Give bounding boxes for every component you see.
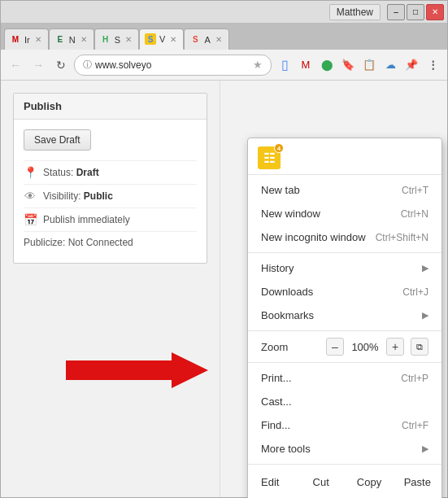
- tab-title-extra: A: [204, 35, 210, 45]
- address-input[interactable]: ⓘ www.solveyo ★: [74, 55, 272, 76]
- publish-date-text: Publish immediately: [43, 214, 130, 225]
- tab-extra[interactable]: S A ✕: [184, 28, 228, 50]
- tab-gmail[interactable]: M Ir ✕: [4, 28, 49, 50]
- browser-window: Matthew – □ ✕ M Ir ✕ E N ✕ H S ✕ S V ✕: [0, 0, 448, 498]
- bookmark-star-icon[interactable]: ★: [253, 59, 263, 71]
- tab-favicon-sheets: H: [100, 34, 111, 46]
- tab-close-excel[interactable]: ✕: [79, 35, 89, 44]
- extensions-icon[interactable]: ▯: [275, 55, 294, 75]
- url-text: www.solveyo: [95, 59, 250, 71]
- edit-label: Edit: [248, 471, 297, 493]
- pinterest-icon[interactable]: 📌: [402, 55, 421, 75]
- incognito-shortcut: Ctrl+Shift+N: [376, 232, 428, 243]
- new-tab-label: New tab: [261, 184, 300, 196]
- separator-1: [248, 174, 441, 175]
- tab-close-solveyo[interactable]: ✕: [168, 35, 178, 44]
- window-controls: – □ ✕: [387, 4, 444, 20]
- copy-button[interactable]: Copy: [345, 471, 393, 493]
- maximize-button[interactable]: □: [407, 4, 424, 20]
- status-icon: 📍: [24, 166, 37, 179]
- incognito-item[interactable]: New incognito window Ctrl+Shift+N: [248, 225, 441, 249]
- user-label: Matthew: [329, 4, 381, 20]
- print-label: Print...: [261, 372, 292, 384]
- publicize-field: Publicize: Not Connected: [24, 231, 197, 253]
- cast-label: Cast...: [261, 395, 292, 408]
- new-window-label: New window: [261, 208, 320, 220]
- svg-marker-0: [66, 352, 208, 388]
- downloads-label: Downloads: [261, 286, 313, 298]
- paste-button[interactable]: Paste: [394, 471, 441, 493]
- publish-body: Save Draft 📍 Status: Draft 👁 Visibility:…: [14, 120, 207, 263]
- separator-5: [248, 464, 441, 465]
- more-tools-arrow: ▶: [422, 443, 428, 454]
- print-item[interactable]: Print... Ctrl+P: [248, 366, 441, 390]
- more-tools-label: More tools: [261, 443, 311, 455]
- print-shortcut: Ctrl+P: [401, 373, 428, 384]
- downloads-shortcut: Ctrl+J: [402, 286, 428, 298]
- tab-excel[interactable]: E N ✕: [49, 28, 94, 50]
- zoom-in-button[interactable]: +: [386, 338, 404, 356]
- downloads-item[interactable]: Downloads Ctrl+J: [248, 280, 441, 304]
- reload-button[interactable]: ↻: [51, 55, 71, 75]
- page-content: Publish Save Draft 📍 Status: Draft 👁 Vis…: [1, 81, 220, 497]
- tab-title-gmail: Ir: [24, 35, 30, 45]
- close-button[interactable]: ✕: [426, 4, 444, 20]
- back-button[interactable]: ←: [6, 55, 25, 75]
- bookmarks-item[interactable]: Bookmarks ▶: [248, 304, 441, 327]
- tab-title-sheets: S: [115, 35, 120, 45]
- cut-button[interactable]: Cut: [297, 471, 345, 493]
- history-item[interactable]: History ▶: [248, 256, 441, 280]
- apps-icon[interactable]: ☷ 4: [258, 146, 281, 169]
- cast-item[interactable]: Cast...: [248, 390, 441, 413]
- edit-row: Edit Cut Copy Paste: [248, 468, 441, 496]
- find-item[interactable]: Find... Ctrl+F: [248, 413, 441, 437]
- fullscreen-button[interactable]: ⧉: [411, 338, 428, 356]
- menu-icon-row: ☷ 4: [248, 142, 441, 171]
- address-bar: ← → ↻ ⓘ www.solveyo ★ ▯ M ⬤ 🔖 📋 ☁ 📌 ⋮: [1, 50, 447, 81]
- tab-favicon-excel: E: [54, 34, 66, 46]
- zoom-out-button[interactable]: –: [326, 338, 344, 356]
- zoom-row: Zoom – 100% + ⧉: [248, 334, 441, 359]
- tab-bar: M Ir ✕ E N ✕ H S ✕ S V ✕ S A ✕: [1, 24, 447, 50]
- new-window-item[interactable]: New window Ctrl+N: [248, 202, 441, 225]
- more-tools-item[interactable]: More tools ▶: [248, 437, 441, 461]
- tab-close-gmail[interactable]: ✕: [33, 35, 43, 44]
- tab-sheets[interactable]: H S ✕: [94, 28, 139, 50]
- publish-header: Publish: [14, 94, 207, 120]
- bookmarks-arrow: ▶: [422, 310, 428, 321]
- calendar-icon: 📅: [24, 213, 37, 226]
- separator-2: [248, 252, 441, 253]
- google-icon[interactable]: ⬤: [317, 55, 337, 75]
- dropdown-menu: ☷ 4 New tab Ctrl+T New window Ctrl+N New…: [247, 138, 442, 498]
- tab-title-excel: N: [69, 35, 76, 45]
- apps-badge: 4: [274, 143, 284, 153]
- toolbar-icons: ▯ M ⬤ 🔖 📋 ☁ 📌 ⋮: [275, 55, 442, 75]
- gmail-icon[interactable]: M: [296, 55, 315, 75]
- incognito-label: New incognito window: [261, 231, 366, 243]
- separator-3: [248, 330, 441, 331]
- new-tab-shortcut: Ctrl+T: [402, 185, 428, 196]
- find-shortcut: Ctrl+F: [402, 420, 428, 431]
- visibility-text: Visibility: Public: [43, 190, 113, 202]
- tab-close-sheets[interactable]: ✕: [124, 35, 133, 44]
- minimize-button[interactable]: –: [387, 4, 405, 20]
- tab-favicon-solveyo: S: [145, 33, 156, 45]
- more-button[interactable]: ⋮: [423, 55, 442, 75]
- publish-box: Publish Save Draft 📍 Status: Draft 👁 Vis…: [13, 93, 207, 264]
- new-tab-item[interactable]: New tab Ctrl+T: [248, 178, 441, 202]
- red-arrow: [66, 348, 212, 395]
- zoom-label: Zoom: [261, 341, 288, 353]
- title-bar: Matthew – □ ✕: [1, 1, 447, 24]
- tab-solveyo[interactable]: S V ✕: [139, 28, 184, 50]
- cloud-icon[interactable]: ☁: [381, 55, 400, 75]
- visibility-icon: 👁: [24, 190, 37, 203]
- tab-favicon-extra: S: [189, 34, 201, 46]
- forward-button[interactable]: →: [28, 55, 48, 75]
- tab-close-extra[interactable]: ✕: [214, 35, 224, 44]
- content-area: Publish Save Draft 📍 Status: Draft 👁 Vis…: [1, 81, 447, 497]
- clipboard-icon[interactable]: 📋: [359, 55, 379, 75]
- visibility-field: 👁 Visibility: Public: [24, 184, 197, 208]
- bookmark-icon[interactable]: 🔖: [338, 55, 358, 75]
- save-draft-button[interactable]: Save Draft: [24, 129, 91, 151]
- publish-date-field: 📅 Publish immediately: [24, 208, 197, 231]
